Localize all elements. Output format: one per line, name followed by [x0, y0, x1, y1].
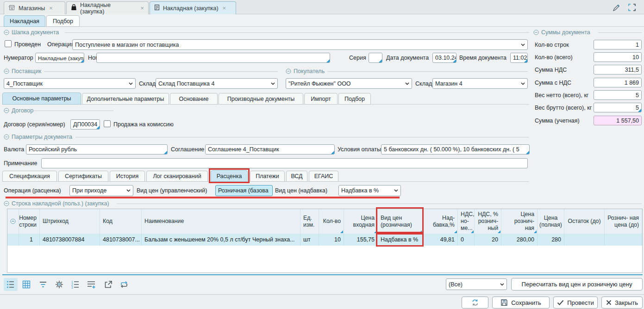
numerator-field[interactable]: Накладные (закупка): [35, 53, 84, 63]
tab-additional-params[interactable]: Дополнительные параметры: [82, 93, 169, 105]
cell-vat-pct[interactable]: 20: [475, 234, 501, 246]
col-header-price-in[interactable]: Цена входная: [344, 209, 378, 234]
tab-derived-docs[interactable]: Производные документы: [219, 93, 303, 105]
currency-field[interactable]: Российский рубль: [26, 144, 168, 154]
tab-selection[interactable]: Подбор: [338, 93, 371, 105]
window-tab-invoice[interactable]: Накладная (закупка) ×: [150, 1, 236, 14]
repeat-icon[interactable]: [118, 278, 130, 290]
tab-scan-log[interactable]: Лог сканирований: [146, 171, 208, 182]
close-icon[interactable]: ×: [140, 5, 144, 12]
cell-retail-before[interactable]: [605, 234, 642, 246]
pricing-operation-select[interactable]: При приходе: [69, 185, 133, 196]
col-header-markup[interactable]: Над- бавка,%: [423, 209, 458, 234]
group-doc-params-legend[interactable]: Параметры документа: [4, 134, 72, 140]
bag-icon: [71, 4, 77, 12]
series-field[interactable]: [369, 53, 382, 63]
commission-checkbox[interactable]: [104, 120, 111, 127]
pencil-icon[interactable]: [612, 3, 621, 13]
cell-price-retail[interactable]: 280,00: [501, 234, 538, 246]
tab-main-params[interactable]: Основные параметры: [2, 93, 81, 105]
close-icon[interactable]: ×: [49, 5, 53, 12]
cell-vat-nomen[interactable]: 0: [458, 234, 475, 246]
col-header-vat-pct[interactable]: НДС, % рознич- ный: [475, 209, 501, 234]
cell-qty[interactable]: 10: [319, 234, 344, 246]
cell-balance-before[interactable]: [564, 234, 605, 246]
group-doc-header-legend[interactable]: Шапка документа: [4, 29, 59, 36]
contract-field[interactable]: ДП00034: [70, 119, 100, 130]
group-supplier-legend[interactable]: Поставщик: [4, 68, 41, 74]
doc-date-field[interactable]: 03.10.24: [432, 53, 456, 63]
save-button[interactable]: Сохранить: [492, 297, 550, 309]
cell-unit[interactable]: шт: [300, 234, 319, 246]
markup-price-select[interactable]: Надбавка в %: [338, 185, 401, 196]
col-header-name[interactable]: Наименование: [142, 209, 300, 234]
cell-name[interactable]: Бальзам с женьшенем 20% 0,5 л ст/бут Чер…: [142, 234, 300, 246]
conducted-checkbox[interactable]: [5, 40, 12, 47]
grid-view-icon[interactable]: [20, 278, 32, 290]
cell-markup[interactable]: 49,81: [423, 234, 458, 246]
group-buyer-legend[interactable]: Покупатель: [286, 68, 325, 74]
col-header-retail-before[interactable]: Рознич- ная цена (до): [605, 209, 642, 234]
operation-select[interactable]: Поступление в магазин от поставщика: [72, 39, 528, 50]
cell-barcode[interactable]: 4810738007884: [40, 234, 100, 246]
markup-price-value: Надбавка в %: [341, 187, 379, 194]
post-button[interactable]: Провести: [553, 297, 598, 309]
number-field[interactable]: [96, 53, 330, 63]
group-contract-legend[interactable]: Договор: [4, 107, 33, 114]
group-grid-legend[interactable]: Строка накладной (польз.) (закупка): [4, 200, 109, 207]
gear-icon[interactable]: [53, 278, 65, 290]
numbered-list-icon[interactable]: 123: [69, 278, 81, 290]
rows-filter-select[interactable]: (Все): [446, 278, 507, 290]
col-header-price-retail[interactable]: Цена рознич- ная: [501, 209, 538, 234]
col-header-code[interactable]: Код: [100, 209, 142, 234]
close-button[interactable]: Закрыть: [601, 297, 643, 309]
close-icon[interactable]: ×: [223, 5, 226, 12]
chevron-down-icon: [126, 189, 131, 192]
tab-certificates[interactable]: Сертификаты: [58, 171, 108, 182]
mgmt-price-field[interactable]: Розничная (базова: [215, 185, 273, 196]
payment-terms-field[interactable]: 5 банковских дн. ( 50.000 %), 10 банковс…: [381, 144, 530, 154]
fullscreen-icon[interactable]: [628, 3, 636, 13]
cell-code[interactable]: 4810738007...: [100, 234, 142, 246]
doc-time-field[interactable]: 11:02: [510, 53, 528, 63]
tab-import[interactable]: Импорт: [304, 93, 338, 105]
col-header-barcode[interactable]: Штрихкод: [40, 209, 100, 234]
tab-payments[interactable]: Платежи: [250, 171, 285, 182]
doc-time-value: 11:02: [513, 55, 527, 61]
buyer-warehouse-select[interactable]: Магазин 4: [432, 78, 528, 89]
col-header-line-no[interactable]: Номер строки: [19, 209, 40, 234]
cell-price-full[interactable]: 280: [538, 234, 564, 246]
col-header-price-full[interactable]: Цена (полная): [538, 209, 564, 234]
tab-invoice-view[interactable]: Накладная: [4, 15, 45, 27]
col-header-qty[interactable]: Кол-во: [319, 209, 344, 234]
window-tab-invoices[interactable]: Накладные (закупка) ×: [66, 1, 149, 14]
buyer-select[interactable]: "Ритейл Фьюжен" ООО: [286, 78, 412, 89]
cell-price-in[interactable]: 155,75: [344, 234, 378, 246]
tab-basis[interactable]: Основание: [170, 93, 218, 105]
supplier-select[interactable]: 4_Поставщик: [4, 78, 136, 89]
refresh-button[interactable]: [462, 297, 488, 309]
tab-selection-view[interactable]: Подбор: [46, 15, 80, 27]
tab-specification[interactable]: Спецификация: [2, 171, 57, 182]
agreement-field[interactable]: Соглашение 4_Поставщик: [205, 144, 335, 154]
list-view-icon[interactable]: [5, 278, 17, 290]
supplier-warehouse-select[interactable]: Склад Поставщика 4: [156, 78, 278, 89]
cell-expander: [7, 234, 19, 246]
group-totals-legend[interactable]: Суммы документа: [533, 29, 590, 36]
col-header-balance-before[interactable]: Остаток (до): [564, 209, 605, 234]
tab-vsd[interactable]: ВСД: [286, 171, 307, 182]
col-header-vat-nomen[interactable]: НДС, но- ме...: [458, 209, 475, 234]
note-field[interactable]: [41, 158, 528, 168]
open-external-icon[interactable]: [102, 278, 114, 290]
filter-icon[interactable]: [37, 278, 49, 290]
tab-egais[interactable]: ЕГАИС: [309, 171, 338, 182]
col-header-expander[interactable]: [7, 209, 19, 234]
splitter-handle[interactable]: [2, 274, 643, 275]
window-tab-stores[interactable]: Магазины ×: [4, 1, 65, 14]
recalc-prices-button[interactable]: Пересчитать вид цен и розничную цену: [511, 278, 643, 290]
col-header-unit[interactable]: Ед. изм.: [300, 209, 319, 234]
cell-line-no[interactable]: 1: [19, 234, 40, 246]
annotation-box-price-type-header: [376, 207, 424, 235]
tab-history[interactable]: История: [110, 171, 145, 182]
add-rows-icon[interactable]: [85, 278, 97, 290]
